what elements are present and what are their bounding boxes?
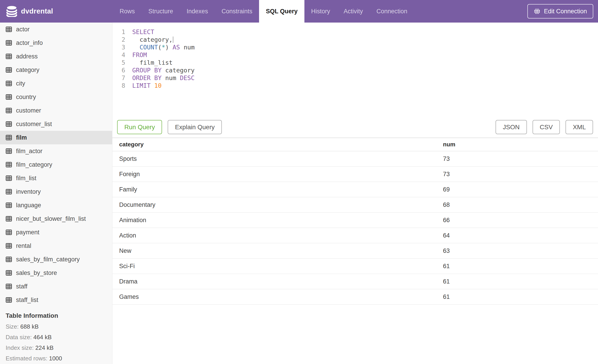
sidebar-item-customer-list[interactable]: customer_list: [0, 117, 112, 131]
editor-line: 6GROUP BY category: [112, 66, 598, 74]
sql-token-kw: BY: [154, 67, 162, 74]
line-code: ORDER BY num DESC: [125, 74, 194, 82]
run-query-button[interactable]: Run Query: [117, 120, 162, 134]
table-icon: [6, 121, 12, 127]
line-code: FROM: [125, 51, 147, 59]
sidebar-item-film-list[interactable]: film_list: [0, 171, 112, 185]
sidebar-item-film[interactable]: film: [0, 131, 112, 144]
sql-token-txt: num: [180, 44, 194, 51]
query-actions-bar: Run Query Explain Query JSONCSVXML: [112, 120, 598, 134]
sidebar-item-film-actor[interactable]: film_actor: [0, 144, 112, 158]
sql-token-txt: [150, 82, 154, 89]
navbar-tabs: RowsStructureIndexesConstraintsSQL Query…: [113, 0, 414, 23]
tab-constraints[interactable]: Constraints: [215, 0, 259, 23]
cell-category: Documentary: [112, 197, 443, 212]
sidebar-item-payment[interactable]: payment: [0, 226, 112, 239]
brand: dvdrental: [0, 0, 113, 23]
table-row: New63: [112, 243, 598, 259]
line-number: 8: [112, 82, 125, 89]
sidebar-item-film-category[interactable]: film_category: [0, 158, 112, 171]
sidebar-item-label: nicer_but_slower_film_list: [16, 215, 86, 222]
cell-category: New: [112, 243, 443, 259]
sidebar-item-label: film_list: [16, 175, 36, 182]
cell-category: Animation: [112, 212, 443, 228]
table-row: Sports73: [112, 151, 598, 166]
sidebar-item-language[interactable]: language: [0, 198, 112, 212]
table-icon: [6, 94, 12, 100]
sidebar-item-sales-by-store[interactable]: sales_by_store: [0, 266, 112, 280]
sql-token-kw: ORDER: [132, 74, 150, 81]
edit-connection-button[interactable]: Edit Connection: [527, 4, 593, 18]
export-json-button[interactable]: JSON: [496, 120, 527, 134]
editor-line: 8LIMIT 10: [112, 82, 598, 89]
line-code: category,: [125, 36, 173, 43]
sidebar-item-city[interactable]: city: [0, 77, 112, 90]
table-icon: [6, 107, 12, 114]
sql-token-kw: LIMIT: [132, 82, 150, 89]
tab-structure[interactable]: Structure: [142, 0, 180, 23]
export-xml-button[interactable]: XML: [565, 120, 593, 134]
table-icon: [6, 26, 12, 32]
sql-token-kw: AS: [173, 44, 180, 51]
sidebar-item-label: sales_by_store: [16, 269, 57, 276]
sidebar-item-nicer-but-slower-film-list[interactable]: nicer_but_slower_film_list: [0, 212, 112, 226]
tab-indexes[interactable]: Indexes: [180, 0, 215, 23]
line-code: COUNT(*) AS num: [125, 43, 194, 51]
sidebar-item-label: sales_by_film_category: [16, 256, 80, 263]
sidebar-item-inventory[interactable]: inventory: [0, 185, 112, 198]
sql-token-txt: [150, 67, 154, 74]
sidebar-item-label: film_actor: [16, 148, 42, 155]
editor-line: 1SELECT: [112, 28, 598, 36]
tab-activity[interactable]: Activity: [337, 0, 370, 23]
sidebar-item-actor-info[interactable]: actor_info: [0, 36, 112, 50]
info-value: 464 kB: [33, 334, 52, 340]
sidebar-item-country[interactable]: country: [0, 90, 112, 104]
sql-token-txt: num: [162, 74, 180, 81]
content-area: 1SELECT2 category,3 COUNT(*) AS num4FROM…: [112, 23, 598, 364]
tab-rows[interactable]: Rows: [113, 0, 142, 23]
database-title: dvdrental: [21, 7, 53, 15]
info-label: Size:: [6, 323, 20, 330]
info-estimated-rows: Estimated rows: 1000: [6, 355, 107, 362]
table-icon: [6, 80, 12, 87]
tab-connection[interactable]: Connection: [370, 0, 414, 23]
line-code: GROUP BY category: [125, 66, 194, 74]
line-code: film_list: [125, 59, 173, 66]
sidebar: actoractor_infoaddresscategorycitycountr…: [0, 23, 112, 364]
sql-editor[interactable]: 1SELECT2 category,3 COUNT(*) AS num4FROM…: [112, 23, 598, 120]
sidebar-item-label: customer: [16, 107, 41, 114]
line-number: 7: [112, 74, 125, 82]
sidebar-item-label: film_category: [16, 161, 52, 168]
edit-connection-label: Edit Connection: [544, 8, 587, 15]
explain-query-button[interactable]: Explain Query: [168, 120, 222, 134]
sidebar-item-staff[interactable]: staff: [0, 280, 112, 293]
sidebar-item-label: customer_list: [16, 121, 52, 128]
sidebar-item-actor[interactable]: actor: [0, 23, 112, 36]
info-index-size: Index size: 224 kB: [6, 344, 107, 351]
table-icon: [6, 188, 12, 195]
cell-num: 63: [443, 243, 598, 259]
sidebar-item-category[interactable]: category: [0, 63, 112, 77]
sidebar-item-staff-list[interactable]: staff_list: [0, 293, 112, 307]
sidebar-item-address[interactable]: address: [0, 50, 112, 63]
sidebar-item-sales-by-film-category[interactable]: sales_by_film_category: [0, 253, 112, 266]
table-icon: [6, 297, 12, 303]
cell-num: 64: [443, 228, 598, 243]
sql-token-txt: (: [158, 44, 162, 51]
sidebar-item-label: actor_info: [16, 40, 43, 47]
tab-sql-query[interactable]: SQL Query: [259, 0, 304, 23]
sidebar-item-label: address: [16, 53, 38, 60]
results-table: categorynum Sports73Foreign73Family69Doc…: [112, 138, 598, 305]
sql-token-txt: film_list: [132, 59, 173, 66]
line-number: 5: [112, 59, 125, 66]
export-csv-button[interactable]: CSV: [532, 120, 560, 134]
table-information-panel: Table Information Size: 688 kBData size:…: [0, 307, 112, 362]
line-number: 3: [112, 43, 125, 51]
tab-history[interactable]: History: [304, 0, 337, 23]
table-row: Documentary68: [112, 197, 598, 212]
sql-token-kw: SELECT: [132, 28, 154, 35]
sidebar-item-rental[interactable]: rental: [0, 239, 112, 253]
table-icon: [6, 202, 12, 208]
info-value: 688 kB: [20, 323, 39, 330]
sidebar-item-customer[interactable]: customer: [0, 104, 112, 117]
